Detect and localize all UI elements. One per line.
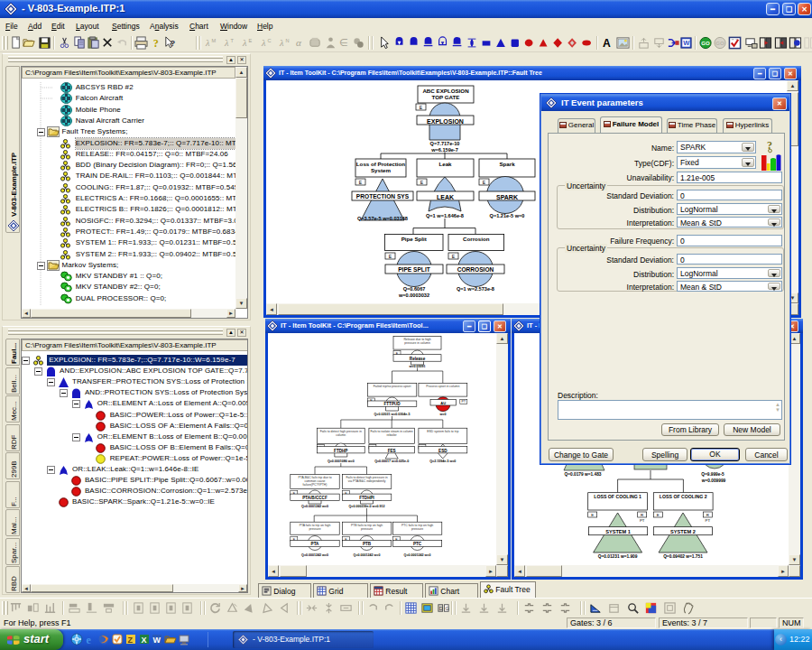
svg-text:∈: ∈ — [339, 37, 348, 48]
svg-text:w=0: w=0 — [439, 413, 447, 416]
svg-text:ESD system fails to trip: ESD system fails to trip — [427, 430, 458, 433]
svg-text:PT: PT — [705, 518, 710, 523]
svg-text:M: M — [212, 38, 217, 43]
svg-text:via PTA/B&C independently: via PTA/B&C independently — [348, 479, 386, 483]
svg-text:Q=0.0001242 w=0: Q=0.0001242 w=0 — [301, 553, 328, 557]
svg-text:W: W — [153, 636, 161, 645]
svg-text:EXPLOSION: EXPLOSION — [427, 118, 464, 125]
svg-text:w=6.159e-7: w=6.159e-7 — [430, 147, 458, 153]
svg-text:w=0.03091: w=0.03091 — [409, 365, 426, 368]
svg-text:α: α — [296, 37, 302, 48]
svg-text:PT: PT — [640, 518, 645, 523]
svg-text:R: R — [641, 513, 643, 517]
svg-text:Q=0.02031 w=0.0304e-5: Q=0.02031 w=0.0304e-5 — [374, 413, 411, 416]
svg-text:PIPE SPLIT: PIPE SPLIT — [398, 266, 430, 273]
svg-text:PTA/B/CCCF: PTA/B/CCCF — [302, 496, 328, 500]
svg-text:D: D — [439, 606, 443, 611]
svg-text:A: A — [603, 37, 611, 50]
svg-text:Q=0.0001086 w=0: Q=0.0001086 w=0 — [328, 460, 355, 463]
svg-text:pressure in column: pressure in column — [404, 341, 430, 345]
svg-text:X: X — [141, 636, 146, 645]
svg-text:λ: λ — [242, 38, 247, 48]
svg-text:Leak: Leak — [438, 161, 452, 167]
svg-text:PTA: PTA — [311, 542, 320, 546]
svg-text:PTB: PTB — [363, 542, 372, 546]
svg-text:Release: Release — [410, 357, 426, 361]
svg-text:E: E — [657, 513, 660, 517]
svg-text:Process upset in column: Process upset in column — [426, 385, 459, 388]
svg-text:E: E — [591, 513, 594, 517]
svg-text:e: e — [86, 634, 91, 646]
svg-text:System: System — [371, 167, 392, 173]
svg-text:N: N — [286, 38, 290, 43]
svg-text:SYSTEM 2: SYSTEM 2 — [670, 529, 696, 534]
svg-text:λ: λ — [279, 38, 284, 48]
svg-text:Q=0.0001242 w=0: Q=0.0001242 w=0 — [404, 553, 431, 557]
svg-text:ABC EXPLOSION: ABC EXPLOSION — [422, 88, 469, 94]
svg-text:R: R — [706, 513, 709, 517]
svg-text:PROTECTION SYS: PROTECTION SYS — [356, 193, 410, 200]
svg-text:λ: λ — [261, 38, 266, 48]
svg-text:reboiler: reboiler — [386, 433, 397, 437]
svg-text:Q=1 w=1.646e-8: Q=1 w=1.646e-8 — [426, 213, 464, 218]
svg-text:pressure: pressure — [309, 527, 320, 531]
svg-text:AU: AU — [440, 401, 446, 405]
svg-text:Q=0.00017 w=0.025e-0: Q=0.00017 w=0.025e-0 — [374, 460, 409, 463]
svg-text:Failed trip/no process upset: Failed trip/no process upset — [374, 385, 411, 388]
svg-text:Loss of Protection: Loss of Protection — [356, 161, 406, 167]
svg-text:CORROSION: CORROSION — [457, 266, 494, 273]
svg-text:ESD: ESD — [438, 449, 448, 453]
svg-text:T: T — [230, 38, 234, 43]
svg-text:Q=0.01231 w=1.909: Q=0.01231 w=1.909 — [598, 554, 638, 559]
svg-text:E: E — [249, 38, 253, 43]
svg-text:FTDHPI: FTDHPI — [359, 496, 374, 500]
svg-text:Q=0.000236e-0 w=0.912: Q=0.000236e-0 w=0.912 — [349, 505, 385, 508]
svg-text:C: C — [267, 38, 271, 43]
svg-text:Q=1 w=2.573e-8: Q=1 w=2.573e-8 — [457, 286, 494, 292]
svg-text:Q=0.09402 w=1.751: Q=0.09402 w=1.751 — [663, 554, 703, 559]
svg-text:FTDHP: FTDHP — [334, 449, 347, 453]
svg-text:TOP GATE: TOP GATE — [432, 94, 460, 100]
svg-text:?: ? — [171, 39, 176, 48]
svg-text:Q=0.0179 w=1.483: Q=0.0179 w=1.483 — [564, 472, 601, 477]
svg-text:Q=0.6067: Q=0.6067 — [403, 286, 426, 292]
svg-text:Q=9.999e-5: Q=9.999e-5 — [701, 472, 724, 477]
svg-text:pressure: pressure — [411, 527, 423, 531]
svg-text:λ: λ — [224, 38, 229, 48]
svg-text:Pipe Split: Pipe Split — [401, 236, 427, 242]
svg-text:SPARK: SPARK — [496, 194, 518, 200]
svg-text:Q=0.0001242 w=0: Q=0.0001242 w=0 — [301, 505, 328, 508]
svg-text:Q=7.717e-10: Q=7.717e-10 — [430, 141, 460, 146]
svg-text:SYSTEM 1: SYSTEM 1 — [605, 529, 631, 534]
svg-text:Q=2.1594e-5 w=0: Q=2.1594e-5 w=0 — [429, 460, 456, 463]
svg-text:column: column — [336, 433, 346, 437]
svg-text:?: ? — [153, 37, 159, 50]
svg-text:Spark: Spark — [499, 161, 515, 167]
svg-text:GO: GO — [701, 40, 710, 46]
svg-text:Corrosion: Corrosion — [463, 236, 490, 242]
svg-text:LOSS OF COOLING 1: LOSS OF COOLING 1 — [594, 494, 641, 499]
svg-text:LEAK: LEAK — [437, 194, 454, 200]
svg-text:λ: λ — [205, 38, 210, 48]
svg-text:Q=3.57e-5 w=0.03168: Q=3.57e-5 w=0.03168 — [357, 216, 408, 221]
svg-text:GO: GO — [715, 40, 724, 46]
svg-text:Q=1.21e-5 w=0: Q=1.21e-5 w=0 — [490, 213, 525, 218]
svg-text:pressure: pressure — [361, 527, 373, 531]
svg-text:w=0.009999: w=0.009999 — [701, 478, 726, 483]
svg-text:W: W — [683, 39, 690, 47]
svg-text:FES: FES — [388, 449, 396, 453]
svg-text:Q=0.0001242 w=0: Q=0.0001242 w=0 — [354, 553, 381, 557]
svg-text:w=0.0003032: w=0.0003032 — [398, 292, 429, 298]
svg-text:PTC: PTC — [413, 542, 422, 546]
svg-text:LOSS OF COOLING 2: LOSS OF COOLING 2 — [660, 494, 707, 499]
svg-text:G: G — [445, 606, 448, 611]
svg-text:failure(PC?/\PTH): failure(PC?/\PTH) — [303, 483, 328, 487]
svg-text:Z: Z — [127, 636, 133, 645]
svg-text:FTTPUD: FTTPUD — [383, 402, 401, 406]
